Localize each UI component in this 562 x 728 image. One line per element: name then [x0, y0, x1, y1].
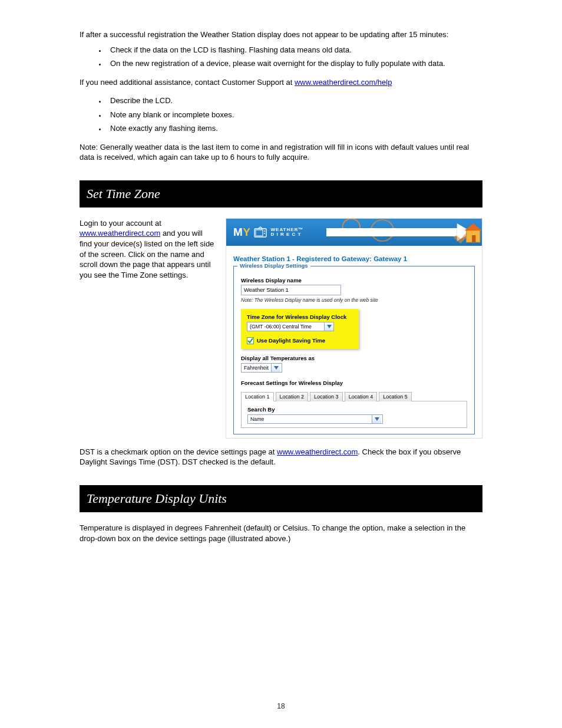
brand-line2: D I R E C T: [271, 232, 304, 237]
bullet-a-1: On the new registration of a device, ple…: [107, 58, 482, 69]
settings-screenshot: MY WEATHER™ D I R E C T: [226, 218, 482, 439]
brand-text: WEATHER™ D I R E C T: [270, 228, 304, 237]
intro-text: If after a successful registration the W…: [80, 29, 482, 40]
heading-set-time-zone: Set Time Zone: [80, 180, 482, 207]
tab-panel: Search By Name: [241, 401, 467, 428]
location-tabs: Location 1 Location 2 Location 3 Locatio…: [241, 392, 467, 401]
search-by-select[interactable]: Name: [247, 414, 383, 424]
svg-rect-1: [256, 230, 263, 236]
dst-paragraph: DST is a checkmark option on the device …: [80, 447, 482, 467]
bullet-b-1: Note any blank or incomplete boxes.: [107, 110, 482, 120]
tz-select-value: (GMT -06:00) Central Time: [250, 324, 324, 330]
dst-checkbox[interactable]: [247, 337, 254, 344]
shot-title: Weather Station 1 - Registered to Gatewa…: [233, 255, 475, 262]
svg-point-2: [264, 230, 265, 232]
display-settings-fieldset: Wireless Display Settings Wireless Displ…: [233, 266, 475, 434]
svg-marker-13: [274, 366, 279, 370]
tz-left-para: Login to your account at www.weatherdire…: [80, 218, 215, 280]
timezone-highlight: Time Zone for Wireless Display Clock (GM…: [241, 309, 359, 349]
dst-link[interactable]: www.weatherdirect.com: [277, 447, 358, 456]
tab-location-4[interactable]: Location 4: [345, 392, 378, 401]
help-line: If you need additional assistance, conta…: [80, 77, 482, 88]
display-name-input[interactable]: [241, 285, 341, 295]
heading-temperature-units: Temperature Display Units: [80, 485, 482, 512]
bullet-b-2: Note exactly any flashing items.: [107, 123, 482, 134]
help-line-pre: If you need additional assistance, conta…: [80, 78, 295, 87]
check-icon: [247, 338, 253, 344]
tz-left-pre: Login to your account at: [80, 219, 161, 228]
bullet-b-0: Describe the LCD.: [107, 95, 482, 106]
temp-unit-select[interactable]: Fahrenheit: [241, 363, 282, 373]
tz-label: Time Zone for Wireless Display Clock: [247, 314, 353, 320]
dst-para-pre: DST is a checkmark option on the device …: [80, 447, 277, 456]
svg-marker-10: [464, 223, 482, 230]
page-number: 18: [277, 702, 285, 710]
brand-my-m: M: [233, 226, 243, 238]
fieldset-legend: Wireless Display Settings: [237, 262, 310, 269]
help-link[interactable]: www.weatherdirect.com/help: [295, 78, 392, 87]
tv-icon: [253, 226, 267, 238]
brand-banner: MY WEATHER™ D I R E C T: [226, 219, 482, 246]
temp-paragraph: Temperature is displayed in degrees Fahr…: [80, 523, 482, 543]
temp-unit-value: Fahrenheit: [244, 365, 271, 371]
name-label: Wireless Display name: [241, 277, 467, 284]
note-paragraph: Note: Generally weather data is the last…: [80, 142, 482, 163]
brand-my-y: Y: [243, 226, 250, 238]
brand-my: MY: [233, 226, 251, 239]
bullet-a-0: Check if the data on the LCD is flashing…: [107, 45, 482, 55]
tz-left-link[interactable]: www.weatherdirect.com: [80, 229, 160, 238]
banner-graphic: [326, 219, 482, 246]
chevron-down-icon: [324, 322, 333, 331]
chevron-down-icon: [271, 364, 280, 372]
tab-location-1[interactable]: Location 1: [241, 392, 274, 401]
forecast-label: Forecast Settings for Wireless Display: [241, 380, 467, 386]
chevron-down-icon: [372, 415, 381, 423]
bullet-list-a: Check if the data on the LCD is flashing…: [80, 45, 482, 69]
tab-location-2[interactable]: Location 2: [276, 392, 309, 401]
name-note: Note: The Wireless Display name is used …: [241, 297, 467, 303]
tab-location-3[interactable]: Location 3: [310, 392, 343, 401]
tz-select[interactable]: (GMT -06:00) Central Time: [247, 322, 334, 331]
temp-display-label: Display all Temperatures as: [241, 355, 467, 361]
search-by-label: Search By: [247, 406, 461, 413]
search-by-value: Name: [250, 416, 372, 422]
tab-location-5[interactable]: Location 5: [379, 392, 412, 401]
svg-marker-12: [327, 325, 332, 328]
svg-point-3: [264, 233, 265, 234]
svg-rect-11: [472, 235, 475, 242]
svg-rect-6: [326, 228, 457, 236]
svg-marker-14: [375, 417, 379, 421]
dst-label: Use Daylight Saving Time: [257, 337, 325, 344]
bullet-list-b: Describe the LCD. Note any blank or inco…: [80, 95, 482, 134]
